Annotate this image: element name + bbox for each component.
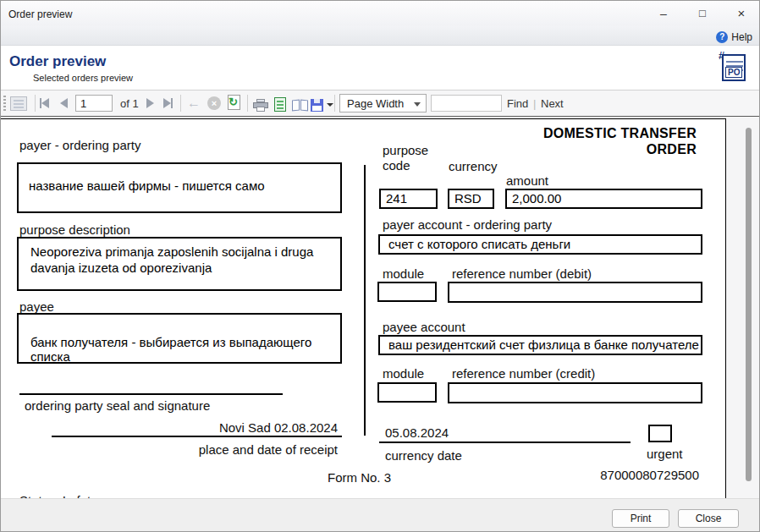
zoom-select[interactable]: Page Width <box>339 94 427 112</box>
titlebar: Order preview – □ × <box>1 1 759 26</box>
payee-label: payee <box>19 299 54 314</box>
stop-icon[interactable]: × <box>207 95 221 112</box>
amount-box: 2,000.00 <box>505 189 702 209</box>
first-page-icon[interactable] <box>40 95 49 112</box>
purpose-description-box: Neoporeziva primanja zaposlenih socijaln… <box>17 237 342 291</box>
order-preview-window: Order preview – □ × ?Help Order preview … <box>0 0 760 532</box>
minimize-icon[interactable]: – <box>653 4 675 23</box>
payer-label: payer - ordering party <box>19 138 140 152</box>
po-label: PO <box>725 67 742 78</box>
po-document-glyph: PO <box>722 54 746 81</box>
maximize-icon[interactable]: □ <box>691 4 713 23</box>
payer-box: название вашей фирмы - пишется само <box>17 162 342 213</box>
purpose-code-box: 241 <box>379 189 438 209</box>
page-subtitle: Selected orders preview <box>33 73 133 83</box>
previous-page-icon[interactable] <box>60 95 68 112</box>
order-number: 87000080729500 <box>509 468 699 482</box>
currency-date-line <box>379 442 631 443</box>
print-layout-icon[interactable] <box>274 96 286 112</box>
module-credit-label: module <box>383 366 424 381</box>
page-number-input[interactable] <box>75 95 113 112</box>
document-map-icon[interactable] <box>10 95 29 112</box>
urgent-checkbox[interactable] <box>648 425 672 442</box>
place-date-value: Novi Sad 02.08.2024 <box>102 420 338 435</box>
form-number: Form No. 3 <box>328 470 391 485</box>
form-page: payer - ordering party название вашей фи… <box>1 118 726 500</box>
form-title: DOMESTIC TRANSFER ORDER <box>460 125 697 157</box>
currency-label: currency <box>449 159 498 173</box>
next-page-icon[interactable] <box>146 95 154 112</box>
page-setup-icon[interactable] <box>292 97 308 114</box>
report-preview-panel: payer - ordering party название вашей фи… <box>1 118 759 500</box>
help-bar: ?Help <box>1 26 759 46</box>
help-label: Help <box>731 31 752 43</box>
print-icon[interactable] <box>253 96 268 113</box>
currency-box: RSD <box>448 189 494 209</box>
amount-label: amount <box>506 173 548 188</box>
reference-debit-label: reference number (debit) <box>452 266 592 281</box>
seal-signature-line <box>19 393 283 395</box>
report-toolbar: of 1 ← × ↻ Page W <box>1 90 759 117</box>
place-date-line <box>52 436 342 437</box>
module-credit-box <box>377 382 437 403</box>
find-input[interactable] <box>431 95 502 112</box>
reference-debit-box <box>448 282 702 303</box>
last-page-icon[interactable] <box>163 95 173 112</box>
urgent-label: urgent <box>647 447 683 461</box>
place-date-label: place and date of receipt <box>102 442 338 457</box>
payee-box: банк получателя - выбирается из выпадающ… <box>17 313 342 364</box>
help-link[interactable]: ?Help <box>716 29 752 42</box>
chevron-down-icon <box>414 102 421 107</box>
payee-account-box: ваш резидентский счет физлица в банке по… <box>378 335 702 355</box>
help-question-icon: ? <box>716 31 728 43</box>
reference-credit-label: reference number (credit) <box>452 366 595 381</box>
payer-account-label: payer account - ordering party <box>383 217 552 232</box>
module-debit-box <box>377 282 437 302</box>
back-icon[interactable]: ← <box>187 95 201 112</box>
close-button[interactable]: Close <box>678 509 739 528</box>
currency-date-label: currency date <box>385 448 462 463</box>
page-header: Order preview Selected orders preview # … <box>1 46 759 90</box>
payer-account-box: счет с которого списать деньги <box>378 234 702 255</box>
find-next-separator: | <box>533 97 536 110</box>
footer-bar: Print Close <box>1 498 759 531</box>
find-link[interactable]: Find <box>507 97 528 110</box>
page-title: Order preview <box>9 53 106 70</box>
export-icon[interactable] <box>311 96 333 113</box>
find-next-link[interactable]: Next <box>541 97 564 110</box>
form-divider <box>364 165 366 436</box>
window-title: Order preview <box>8 8 72 20</box>
module-debit-label: module <box>383 266 424 281</box>
payee-account-label: payee account <box>383 320 465 334</box>
print-button[interactable]: Print <box>612 509 669 528</box>
reference-credit-box <box>448 382 702 403</box>
vertical-scrollbar[interactable] <box>746 128 752 481</box>
toolbar-grip[interactable] <box>3 96 6 112</box>
seal-signature-label: ordering party seal and signature <box>25 398 210 413</box>
refresh-icon[interactable]: ↻ <box>228 94 240 111</box>
export-caret-icon[interactable] <box>327 103 333 107</box>
purpose-code-label: purpose code <box>383 143 438 173</box>
currency-date-value: 05.08.2024 <box>385 425 449 440</box>
purpose-description-label: purpose description <box>19 222 130 237</box>
close-icon[interactable]: × <box>730 4 752 23</box>
payment-order-icon: # PO <box>715 49 749 86</box>
zoom-value: Page Width <box>347 97 404 110</box>
page-count-label: of 1 <box>120 97 139 110</box>
